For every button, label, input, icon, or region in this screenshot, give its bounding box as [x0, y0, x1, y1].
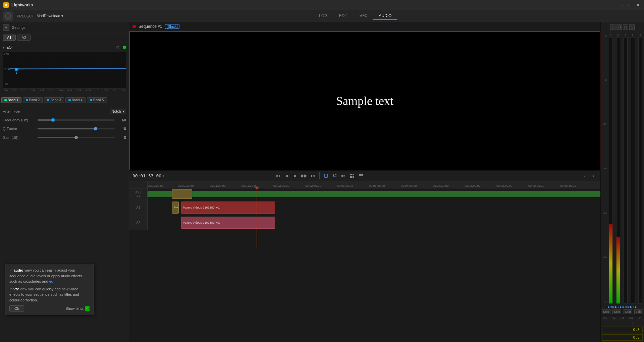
solo-row: Solo Solo Solo Solo [601, 309, 644, 315]
ch-a4: A4 [629, 316, 633, 320]
meter-icon-4[interactable]: ▷ [629, 24, 635, 30]
list-view-button[interactable] [357, 172, 365, 179]
step-back-button[interactable]: ◀ [283, 172, 290, 179]
mark-in-button[interactable] [331, 172, 338, 179]
frequency-row: Frequency (Hz) 60 [3, 117, 126, 123]
meters-top: ◁ ◁ ▷ ▷ [601, 22, 644, 32]
channel-tabs: A1 A2 [0, 33, 129, 42]
meter-col-a2: 6 [615, 34, 621, 304]
frequency-thumb[interactable] [51, 118, 55, 122]
svg-rect-15 [324, 174, 328, 177]
band3-dot [47, 99, 49, 101]
svg-point-14 [15, 68, 18, 71]
step-forward-button[interactable]: ▶▶ [301, 172, 308, 179]
eq-header: ▾ EQ ⚙ [3, 45, 126, 50]
go-end-button[interactable]: ⏭ [309, 172, 317, 179]
gain-slider[interactable] [38, 137, 115, 138]
audio-clip-a1-main[interactable]: Pexels Videos 2169880, A1 [181, 202, 275, 213]
tab-edit[interactable]: EDIT [334, 12, 354, 20]
solo-a4[interactable]: Solo [634, 309, 643, 314]
meter-icon-2[interactable]: ◁ [616, 24, 622, 30]
filter-type-dropdown[interactable]: Notch ▾ [110, 109, 126, 114]
align-button[interactable]: ↕ [590, 172, 597, 179]
video-clip-yellow1[interactable] [172, 189, 192, 199]
audio-clip-a2-main[interactable]: Pexels Videos 2169880, A2 [181, 217, 275, 228]
svg-rect-16 [341, 175, 343, 177]
qfactor-row: Q-Factor 10 [3, 125, 126, 132]
meter-fill-a2 [616, 237, 620, 303]
window-controls: — □ ✕ [619, 2, 641, 8]
gain-thumb[interactable] [74, 136, 78, 139]
tab-vfx[interactable]: VFX [354, 12, 373, 20]
loop-button[interactable] [322, 172, 330, 179]
frequency-slider[interactable] [38, 119, 115, 121]
eq-active-dot [123, 46, 126, 49]
meter-col-a3-label: 6 [625, 34, 626, 37]
timeline-content: FX1V1 A1 Pexels [129, 188, 600, 248]
project-name[interactable]: MadDownload ▾ [37, 14, 63, 18]
track-area-a2: Pexels Videos 2169880, A2 [148, 215, 600, 230]
video-preview: Sample text [129, 31, 600, 170]
qfactor-thumb[interactable] [94, 127, 97, 130]
qfactor-label: Q-Factor [3, 127, 36, 131]
video-clip-green[interactable] [148, 191, 600, 197]
meter-col-lr-label: 6 [639, 34, 641, 37]
go-start-button[interactable]: ⏮ [274, 172, 282, 179]
timecode-dropdown[interactable]: ▾ [163, 174, 165, 178]
band2-label: Band 2 [29, 98, 40, 102]
band-tab-3[interactable]: Band 3 [44, 97, 64, 103]
audio-button[interactable] [340, 172, 347, 179]
settings-link[interactable]: Settings [12, 25, 25, 30]
hint-link-eq[interactable]: eq [49, 279, 53, 283]
ruler-12: 00:06:00.00 [528, 184, 544, 187]
ruler-1: 00:00:30.00 [178, 184, 194, 187]
track-label-v1: FX1V1 [129, 188, 148, 200]
gain-label: Gain (dB) [3, 135, 36, 139]
tab-log[interactable]: LOG [314, 12, 333, 20]
meter-bar-a2 [616, 37, 620, 304]
filter-type-value: Notch [111, 109, 121, 113]
gain-row: Gain (dB) 0 [3, 134, 126, 141]
hint-bold-vfx: vfx [13, 287, 19, 291]
normalize-button[interactable]: ↕ [581, 172, 588, 179]
meter-arrows-row: ‹ › [601, 320, 644, 325]
playhead[interactable] [257, 188, 257, 248]
band-tab-2[interactable]: Band 2 [23, 97, 43, 103]
band-tab-5[interactable]: Band 5 [87, 97, 107, 103]
right-panel: ◁ ◁ ▷ ▷ 6 -6 -12 -18 -24 -30 -42 6 [600, 22, 644, 342]
maximize-button[interactable]: □ [627, 2, 633, 8]
ind-2: 0 [610, 305, 612, 308]
band1-label: Band 1 [8, 98, 18, 102]
qfactor-slider[interactable] [38, 128, 115, 129]
ind-6: ▶ [620, 305, 622, 308]
minimize-button[interactable]: — [619, 2, 625, 8]
menu-logo [3, 11, 13, 21]
menu-bar: PROJECT MadDownload ▾ LOG EDIT VFX AUDIO [0, 10, 644, 22]
channel-tab-a1[interactable]: A1 [3, 35, 16, 41]
show-hints-checkbox[interactable]: ✓ [85, 306, 90, 311]
hint-ok-button[interactable]: Ok [9, 305, 24, 311]
band4-dot [68, 99, 71, 101]
solo-a2[interactable]: Solo [612, 309, 621, 314]
band-tab-1[interactable]: Band 1 [1, 97, 21, 103]
meter-icon-3[interactable]: ▷ [623, 24, 628, 30]
tab-audio[interactable]: AUDIO [373, 12, 397, 20]
eq-gear-icon[interactable]: ⚙ [116, 45, 121, 50]
svg-rect-20 [353, 176, 354, 178]
solo-a3[interactable]: Solo [624, 309, 632, 314]
solo-a1[interactable]: Solo [602, 309, 610, 314]
close-button[interactable]: ✕ [635, 2, 641, 8]
fxt-label: FX1V1 [136, 191, 141, 197]
add-button[interactable]: + [3, 24, 9, 31]
audio-clip-pexels-small[interactable]: Pexels [172, 202, 179, 213]
grid-view-button[interactable] [348, 172, 356, 179]
meter-icon-1[interactable]: ◁ [610, 24, 615, 30]
db-n42: -42 [601, 300, 607, 303]
play-button[interactable]: ▶ [292, 172, 299, 179]
transport-buttons: ⏮ ◀ ▶ ▶▶ ⏭ [274, 172, 365, 179]
eq-graph[interactable]: +30 dB 0 -30 [3, 52, 126, 89]
svg-rect-17 [350, 174, 352, 175]
ind-8: 0 [625, 305, 627, 308]
channel-tab-a2[interactable]: A2 [17, 35, 30, 41]
band-tab-4[interactable]: Band 4 [65, 97, 86, 103]
